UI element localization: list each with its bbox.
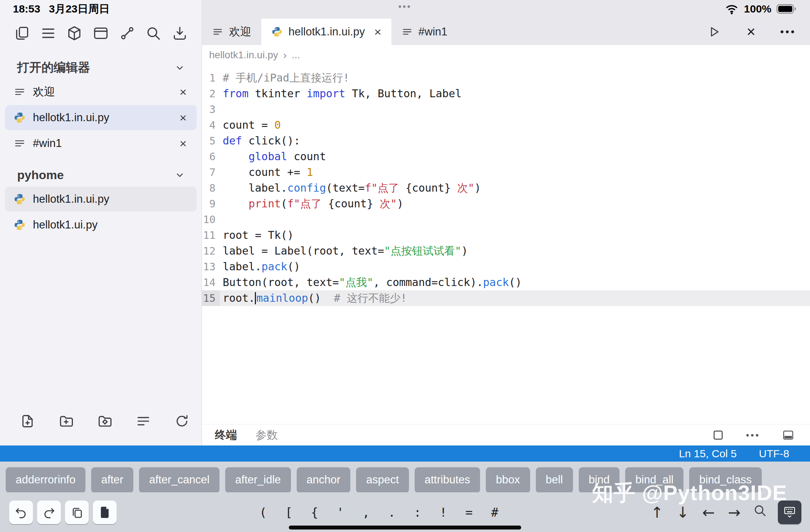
outline-button[interactable] (39, 24, 58, 43)
close-icon[interactable]: × (374, 26, 381, 38)
symbol-key[interactable]: ( (255, 505, 272, 519)
panel-more-button[interactable]: ••• (744, 425, 763, 445)
breadcrumb-file[interactable]: hellotk1.in.ui.py (209, 49, 278, 61)
window-button[interactable] (91, 24, 110, 43)
editor-tabs: 欢迎hellotk1.in.ui.py×#win1 (202, 19, 458, 45)
run-button[interactable] (704, 22, 723, 41)
code-line[interactable]: 7 count += 1 (202, 164, 810, 180)
suggestion-adderrorinfo[interactable]: adderrorinfo (6, 467, 85, 492)
open-editor-item[interactable]: 欢迎× (5, 79, 197, 104)
connector-button[interactable] (118, 24, 137, 43)
new-file-button[interactable] (18, 412, 37, 431)
code-text: label = Label(root, text="点按钮试试看") (220, 243, 468, 259)
symbol-key[interactable]: = (460, 505, 478, 519)
section-label: pyhome (17, 168, 64, 182)
collapse-list-button[interactable] (134, 412, 153, 431)
symbol-key[interactable]: { (306, 505, 323, 519)
editor-tab[interactable]: 欢迎 (202, 19, 261, 45)
suggestion-aspect[interactable]: aspect (356, 467, 409, 492)
tab-label: hellotk1.in.ui.py (288, 25, 365, 38)
code-lines: 1# 手机/iPad上直接运行!2from tkinter import Tk,… (202, 70, 810, 306)
suggestion-anchor[interactable]: anchor (297, 467, 351, 492)
tab-terminal[interactable]: 终端 (215, 428, 237, 443)
home-indicator[interactable] (289, 526, 521, 529)
code-line[interactable]: 8 label.config(text=f"点了 {count} 次") (202, 180, 810, 196)
package-button[interactable] (65, 24, 84, 43)
more-button[interactable]: ••• (779, 22, 798, 41)
close-icon[interactable]: × (178, 112, 188, 124)
redo-button[interactable] (37, 501, 61, 524)
breadcrumb-more[interactable]: ... (292, 49, 300, 61)
refresh-icon (174, 413, 190, 429)
tab-label: 欢迎 (229, 24, 251, 39)
editor-tab[interactable]: hellotk1.in.ui.py× (261, 19, 391, 45)
connector-icon (119, 25, 135, 41)
close-icon[interactable]: × (178, 86, 188, 98)
outline-icon (40, 25, 56, 41)
code-line[interactable]: 13label.pack() (202, 259, 810, 275)
line-number: 8 (202, 180, 220, 196)
code-editor[interactable]: 1# 手机/iPad上直接运行!2from tkinter import Tk,… (202, 65, 810, 424)
symbol-key[interactable]: , (357, 505, 375, 519)
section-items: hellotk1.in.ui.pyhellotk1.ui.py (0, 185, 202, 237)
download-button[interactable] (170, 24, 189, 43)
suggestion-after[interactable]: after (91, 467, 133, 492)
suggestion-after_cancel[interactable]: after_cancel (139, 467, 219, 492)
tab-params[interactable]: 参数 (256, 428, 278, 443)
code-line[interactable]: 1# 手机/iPad上直接运行! (202, 70, 810, 86)
file-item[interactable]: hellotk1.ui.py (5, 212, 197, 237)
code-text: def click(): (220, 133, 300, 149)
code-text: count += 1 (220, 164, 313, 180)
paste-button[interactable] (93, 501, 117, 524)
code-line[interactable]: 4count = 0 (202, 117, 810, 133)
open-editor-item[interactable]: hellotk1.in.ui.py× (5, 105, 197, 130)
file-item[interactable]: hellotk1.in.ui.py (5, 187, 197, 212)
symbol-key[interactable]: # (486, 505, 503, 519)
pages-button[interactable] (12, 24, 31, 43)
code-line[interactable]: 12label = Label(root, text="点按钮试试看") (202, 243, 810, 259)
code-line[interactable]: 6 global count (202, 149, 810, 164)
editor-tab[interactable]: #win1 (391, 19, 458, 45)
code-line[interactable]: 3 (202, 102, 810, 117)
section-header-open-editors[interactable]: 打开的编辑器 (0, 57, 202, 78)
new-folder-button[interactable] (56, 412, 76, 431)
toggle-panel-button[interactable] (779, 425, 798, 445)
suggestion-after_idle[interactable]: after_idle (225, 467, 291, 492)
refresh-button[interactable] (172, 412, 192, 431)
symbol-key[interactable]: ' (332, 505, 349, 519)
line-number: 11 (202, 227, 220, 243)
symbol-key[interactable]: ! (435, 505, 452, 519)
encoding[interactable]: UTF-8 (759, 448, 789, 460)
suggestion-bbox[interactable]: bbox (486, 467, 530, 492)
symbol-key[interactable]: . (383, 505, 400, 519)
close-icon[interactable]: × (178, 137, 188, 149)
cursor-position[interactable]: Ln 15, Col 5 (679, 448, 737, 460)
suggestion-bell[interactable]: bell (536, 467, 573, 492)
copy-button[interactable] (65, 501, 89, 524)
code-line[interactable]: 11root = Tk() (202, 227, 810, 243)
code-line[interactable]: 5def click(): (202, 133, 810, 149)
search-button[interactable] (144, 24, 163, 43)
sidebar-bottom-toolbar (0, 406, 202, 436)
code-text: count = 0 (220, 117, 281, 133)
code-line[interactable]: 10 (202, 212, 810, 227)
symbol-key[interactable]: : (409, 505, 426, 519)
maximize-panel-button[interactable] (708, 425, 728, 445)
line-number: 3 (202, 102, 220, 117)
folder-settings-button[interactable] (95, 412, 114, 431)
code-line[interactable]: 15root.mainloop() # 这行不能少! (202, 290, 810, 306)
code-line[interactable]: 9 print(f"点了 {count} 次") (202, 196, 810, 212)
panel-actions: ••• (708, 425, 810, 445)
section-items: 欢迎×hellotk1.in.ui.py×#win1× (0, 78, 202, 156)
breadcrumb[interactable]: hellotk1.in.ui.py › ... (202, 45, 810, 65)
undo-button[interactable] (9, 501, 33, 524)
suggestion-attributes[interactable]: attributes (415, 467, 480, 492)
open-editor-item[interactable]: #win1× (5, 131, 197, 156)
item-label: hellotk1.ui.py (33, 218, 98, 231)
section-header-folder-pyhome[interactable]: pyhome (0, 164, 202, 185)
sidebar: 打开的编辑器欢迎×hellotk1.in.ui.py×#win1×pyhomeh… (0, 0, 202, 445)
symbol-key[interactable]: [ (280, 505, 297, 519)
code-line[interactable]: 14Button(root, text="点我", command=click)… (202, 275, 810, 290)
code-line[interactable]: 2from tkinter import Tk, Button, Label (202, 86, 810, 102)
stop-close-button[interactable]: × (741, 22, 761, 41)
